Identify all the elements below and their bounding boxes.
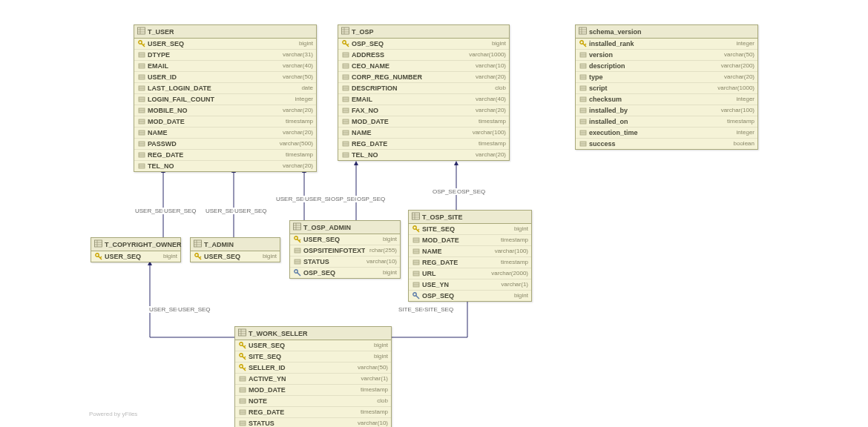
key-icon [412,225,421,233]
table-header[interactable]: T_OSP [338,25,509,39]
column-row[interactable]: SITE_SEQbigint [409,224,531,235]
watermark: Powered by yFiles [89,411,137,417]
column-row[interactable]: MOD_DATEtimestamp [235,385,391,396]
table-schema_version[interactable]: schema_versioninstalled_rankintegerversi… [575,24,758,150]
column-type: varchar(10) [471,62,506,70]
column-row[interactable]: OSP_SEQbigint [338,39,509,50]
table-t_work_seller[interactable]: T_WORK_SELLERUSER_SEQbigintSITE_SEQbigin… [234,326,392,427]
table-title: T_OSP_SITE [422,214,463,221]
column-row[interactable]: USER_SEQbigint [134,39,316,50]
column-row[interactable]: REG_DATEtimestamp [338,139,509,150]
column-row[interactable]: DTYPEvarchar(31) [134,50,316,61]
column-row[interactable]: OSP_SEQbigint [409,291,531,301]
column-row[interactable]: NAMEvarchar(100) [338,128,509,139]
column-row[interactable]: OSP_SEQbigint [290,268,400,278]
column-row[interactable]: REG_DATEtimestamp [409,257,531,268]
column-row[interactable]: TEL_NOvarchar(20) [338,150,509,160]
column-name: CEO_NAME [350,62,471,70]
column-row[interactable]: USE_YNvarchar(1) [409,279,531,291]
column-name: PASSWD [146,139,275,148]
column-row[interactable]: MOBILE_NOvarchar(20) [134,105,316,116]
column-row[interactable]: URLvarchar(2000) [409,268,531,279]
column-type: varchar(20) [471,106,506,115]
column-row[interactable]: versionvarchar(50) [576,50,757,61]
column-icon [137,140,146,148]
table-t_user[interactable]: T_USERUSER_SEQbigintDTYPEvarchar(31)EMAI… [134,24,317,172]
column-row[interactable]: FAX_NOvarchar(20) [338,105,509,116]
table-header[interactable]: T_OSP_SITE [409,211,531,224]
column-row[interactable]: MOD_DATEtimestamp [338,116,509,128]
table-t_osp[interactable]: T_OSPOSP_SEQbigintADDRESSvarchar(1000)CE… [338,24,510,161]
edge-label: OSP_SEQ [456,188,486,195]
column-row[interactable]: MOD_DATEtimestamp [134,116,316,128]
column-row[interactable]: CEO_NAMEvarchar(10) [338,61,509,72]
column-row[interactable]: LOGIN_FAIL_COUNTinteger [134,94,316,105]
column-row[interactable]: scriptvarchar(1000) [576,83,757,94]
column-type: varchar(40) [471,95,506,104]
table-header[interactable]: T_COPYRIGHT_OWNER [91,238,180,251]
column-row[interactable]: installed_byvarchar(100) [576,105,757,116]
column-row[interactable]: USER_SEQbigint [191,251,280,262]
column-type: bigint [487,39,506,48]
column-type: varchar(20) [278,128,313,137]
column-name: STATUS [302,257,362,266]
column-row[interactable]: successboolean [576,139,757,149]
key-icon [94,253,103,260]
column-row[interactable]: installed_ontimestamp [576,116,757,128]
column-row[interactable]: OSPSITEINFOTEXTrchar(255) [290,245,400,256]
column-type: bigint [369,352,388,361]
key-icon [238,364,247,371]
column-row[interactable]: STATUSvarchar(10) [235,418,391,427]
column-row[interactable]: descriptionvarchar(200) [576,61,757,72]
column-name: installed_by [588,106,717,115]
column-row[interactable]: USER_IDvarchar(50) [134,72,316,83]
svg-line-136 [244,357,246,358]
svg-rect-56 [579,27,587,34]
column-row[interactable]: REG_DATEtimestamp [134,150,316,161]
column-icon [341,62,350,70]
column-row[interactable]: LAST_LOGIN_DATEdate [134,83,316,94]
column-row[interactable]: DESCRIPTIONclob [338,83,509,94]
table-t_admin[interactable]: T_ADMINUSER_SEQbigint [190,237,280,262]
column-name: script [588,84,713,93]
column-row[interactable]: installed_rankinteger [576,39,757,50]
column-icon [412,281,421,288]
column-row[interactable]: MOD_DATEtimestamp [409,235,531,246]
column-row[interactable]: STATUSvarchar(10) [290,256,400,268]
column-row[interactable]: execution_timeinteger [576,128,757,139]
column-row[interactable]: USER_SEQbigint [290,234,400,245]
column-type: varchar(100) [717,106,754,115]
table-t_osp_admin[interactable]: T_OSP_ADMINUSER_SEQbigintOSPSITEINFOTEXT… [289,220,401,279]
column-row[interactable]: NOTEclob [235,396,391,407]
column-name: NAME [421,247,490,256]
column-row[interactable]: PASSWDvarchar(500) [134,139,316,150]
table-icon [341,27,349,36]
table-header[interactable]: schema_version [576,25,757,39]
column-row[interactable]: EMAILvarchar(40) [134,61,316,72]
table-header[interactable]: T_USER [134,25,316,39]
column-type: timestamp [496,258,528,267]
svg-rect-108 [412,213,420,219]
svg-line-35 [347,44,349,45]
column-row[interactable]: USER_SEQbigint [91,251,180,262]
table-header[interactable]: T_ADMIN [191,238,280,251]
column-row[interactable]: EMAILvarchar(40) [338,94,509,105]
table-header[interactable]: T_WORK_SELLER [235,327,391,340]
column-row[interactable]: ADDRESSvarchar(1000) [338,50,509,61]
column-row[interactable]: typevarchar(20) [576,72,757,83]
column-row[interactable]: USER_SEQbigint [235,340,391,351]
table-t_osp_site[interactable]: T_OSP_SITESITE_SEQbigintMOD_DATEtimestam… [408,210,532,302]
key-icon [341,40,350,47]
table-t_copyright_owner[interactable]: T_COPYRIGHT_OWNERUSER_SEQbigint [91,237,181,262]
column-row[interactable]: SITE_SEQbigint [235,351,391,363]
column-row[interactable]: NAMEvarchar(20) [134,128,316,139]
column-row[interactable]: NAMEvarchar(100) [409,246,531,257]
column-row[interactable]: CORP_REG_NUMBERvarchar(20) [338,72,509,83]
column-row[interactable]: checksuminteger [576,94,757,105]
column-row[interactable]: SELLER_IDvarchar(50) [235,363,391,374]
column-row[interactable]: REG_DATEtimestamp [235,407,391,418]
column-name: description [588,62,717,70]
column-row[interactable]: TEL_NOvarchar(20) [134,161,316,171]
column-row[interactable]: ACTIVE_YNvarchar(1) [235,374,391,385]
table-header[interactable]: T_OSP_ADMIN [290,221,400,234]
